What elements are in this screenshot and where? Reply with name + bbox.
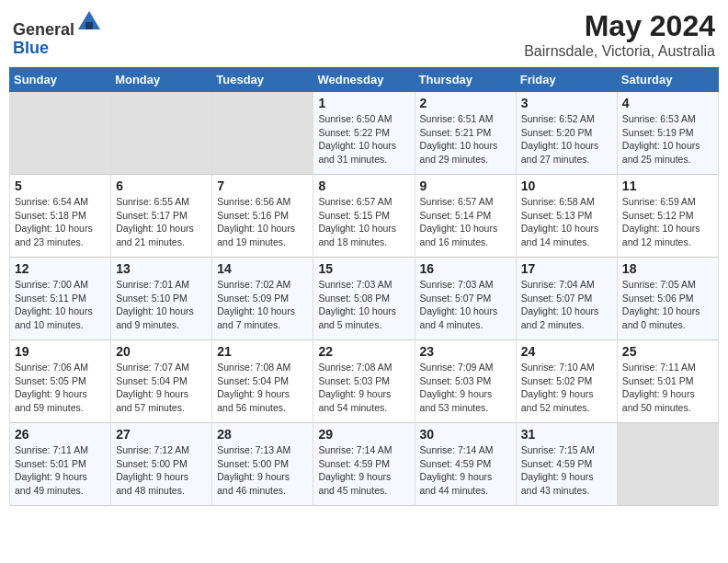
day-info: Sunrise: 7:14 AM Sunset: 4:59 PM Dayligh…	[318, 443, 409, 498]
page-header: General Blue May 2024 Bairnsdale, Victor…	[9, 9, 719, 60]
day-info: Sunrise: 6:50 AM Sunset: 5:22 PM Dayligh…	[318, 112, 409, 167]
calendar-cell: 20Sunrise: 7:07 AM Sunset: 5:04 PM Dayli…	[111, 340, 212, 423]
calendar-cell: 22Sunrise: 7:08 AM Sunset: 5:03 PM Dayli…	[313, 340, 415, 423]
day-number: 8	[318, 178, 409, 193]
calendar-cell: 5Sunrise: 6:54 AM Sunset: 5:18 PM Daylig…	[10, 175, 111, 258]
day-info: Sunrise: 6:56 AM Sunset: 5:16 PM Dayligh…	[217, 195, 308, 249]
day-number: 24	[521, 344, 612, 359]
calendar-cell: 27Sunrise: 7:12 AM Sunset: 5:00 PM Dayli…	[111, 423, 212, 506]
day-number: 10	[521, 178, 612, 193]
calendar-week-row: 19Sunrise: 7:06 AM Sunset: 5:05 PM Dayli…	[10, 340, 719, 423]
calendar-cell: 7Sunrise: 6:56 AM Sunset: 5:16 PM Daylig…	[212, 175, 313, 258]
calendar-cell: 3Sunrise: 6:52 AM Sunset: 5:20 PM Daylig…	[516, 92, 617, 175]
day-info: Sunrise: 7:12 AM Sunset: 5:00 PM Dayligh…	[116, 443, 207, 498]
logo-icon	[76, 9, 102, 35]
calendar-cell: 24Sunrise: 7:10 AM Sunset: 5:02 PM Dayli…	[516, 340, 617, 423]
day-number: 30	[420, 427, 511, 442]
day-number: 16	[420, 261, 511, 276]
title-block: May 2024 Bairnsdale, Victoria, Australia	[524, 9, 715, 60]
month-title: May 2024	[524, 9, 715, 43]
day-number: 21	[217, 344, 308, 359]
calendar-cell: 17Sunrise: 7:04 AM Sunset: 5:07 PM Dayli…	[516, 258, 617, 340]
day-info: Sunrise: 6:55 AM Sunset: 5:17 PM Dayligh…	[116, 195, 207, 249]
calendar-cell: 1Sunrise: 6:50 AM Sunset: 5:22 PM Daylig…	[313, 92, 415, 175]
day-info: Sunrise: 6:57 AM Sunset: 5:14 PM Dayligh…	[420, 195, 511, 249]
calendar-cell: 25Sunrise: 7:11 AM Sunset: 5:01 PM Dayli…	[617, 340, 718, 423]
calendar-cell: 14Sunrise: 7:02 AM Sunset: 5:09 PM Dayli…	[212, 258, 313, 340]
day-number: 29	[318, 427, 409, 442]
day-info: Sunrise: 7:04 AM Sunset: 5:07 PM Dayligh…	[521, 278, 612, 332]
day-number: 28	[217, 427, 308, 442]
day-info: Sunrise: 7:11 AM Sunset: 5:01 PM Dayligh…	[15, 443, 106, 498]
day-info: Sunrise: 7:03 AM Sunset: 5:08 PM Dayligh…	[318, 278, 409, 332]
svg-rect-1	[85, 22, 93, 29]
calendar-week-row: 5Sunrise: 6:54 AM Sunset: 5:18 PM Daylig…	[10, 175, 719, 258]
day-info: Sunrise: 7:05 AM Sunset: 5:06 PM Dayligh…	[622, 278, 713, 332]
day-number: 22	[318, 344, 409, 359]
calendar-cell: 15Sunrise: 7:03 AM Sunset: 5:08 PM Dayli…	[313, 258, 415, 340]
calendar-week-row: 12Sunrise: 7:00 AM Sunset: 5:11 PM Dayli…	[10, 258, 719, 340]
day-number: 26	[15, 427, 106, 442]
day-info: Sunrise: 7:13 AM Sunset: 5:00 PM Dayligh…	[217, 443, 308, 498]
day-number: 7	[217, 178, 308, 193]
calendar-table: SundayMondayTuesdayWednesdayThursdayFrid…	[9, 67, 719, 506]
day-info: Sunrise: 7:01 AM Sunset: 5:10 PM Dayligh…	[116, 278, 207, 332]
calendar-cell	[111, 92, 212, 175]
day-info: Sunrise: 7:08 AM Sunset: 5:04 PM Dayligh…	[217, 361, 308, 415]
day-header-thursday: Thursday	[415, 68, 516, 92]
day-info: Sunrise: 6:59 AM Sunset: 5:12 PM Dayligh…	[622, 195, 713, 249]
day-info: Sunrise: 7:08 AM Sunset: 5:03 PM Dayligh…	[318, 361, 409, 415]
day-number: 2	[420, 96, 511, 110]
logo-general-text: General	[13, 20, 74, 39]
day-number: 23	[420, 344, 511, 359]
calendar-cell: 21Sunrise: 7:08 AM Sunset: 5:04 PM Dayli…	[212, 340, 313, 423]
day-info: Sunrise: 7:09 AM Sunset: 5:03 PM Dayligh…	[420, 361, 511, 415]
calendar-cell: 16Sunrise: 7:03 AM Sunset: 5:07 PM Dayli…	[415, 258, 516, 340]
day-info: Sunrise: 7:14 AM Sunset: 4:59 PM Dayligh…	[420, 443, 511, 498]
day-header-sunday: Sunday	[10, 68, 111, 92]
day-number: 4	[622, 96, 713, 110]
day-number: 9	[420, 178, 511, 193]
day-header-monday: Monday	[111, 68, 212, 92]
day-number: 17	[521, 261, 612, 276]
day-info: Sunrise: 6:58 AM Sunset: 5:13 PM Dayligh…	[521, 195, 612, 249]
day-info: Sunrise: 6:52 AM Sunset: 5:20 PM Dayligh…	[521, 112, 612, 167]
calendar-cell: 31Sunrise: 7:15 AM Sunset: 4:59 PM Dayli…	[516, 423, 617, 506]
day-number: 25	[622, 344, 713, 359]
calendar-cell: 28Sunrise: 7:13 AM Sunset: 5:00 PM Dayli…	[212, 423, 313, 506]
calendar-week-row: 26Sunrise: 7:11 AM Sunset: 5:01 PM Dayli…	[10, 423, 719, 506]
day-info: Sunrise: 7:02 AM Sunset: 5:09 PM Dayligh…	[217, 278, 308, 332]
day-number: 14	[217, 261, 308, 276]
calendar-cell: 10Sunrise: 6:58 AM Sunset: 5:13 PM Dayli…	[516, 175, 617, 258]
day-info: Sunrise: 7:15 AM Sunset: 4:59 PM Dayligh…	[521, 443, 612, 498]
day-number: 13	[116, 261, 207, 276]
day-number: 27	[116, 427, 207, 442]
day-number: 12	[15, 261, 106, 276]
calendar-header-row: SundayMondayTuesdayWednesdayThursdayFrid…	[10, 68, 719, 92]
calendar-cell: 11Sunrise: 6:59 AM Sunset: 5:12 PM Dayli…	[617, 175, 718, 258]
day-info: Sunrise: 7:03 AM Sunset: 5:07 PM Dayligh…	[420, 278, 511, 332]
day-number: 15	[318, 261, 409, 276]
day-info: Sunrise: 7:11 AM Sunset: 5:01 PM Dayligh…	[622, 361, 713, 415]
day-number: 18	[622, 261, 713, 276]
day-number: 1	[318, 96, 409, 110]
calendar-cell: 12Sunrise: 7:00 AM Sunset: 5:11 PM Dayli…	[10, 258, 111, 340]
logo-blue-text: Blue	[13, 39, 49, 57]
day-header-wednesday: Wednesday	[313, 68, 415, 92]
day-info: Sunrise: 6:54 AM Sunset: 5:18 PM Dayligh…	[15, 195, 106, 249]
calendar-cell: 26Sunrise: 7:11 AM Sunset: 5:01 PM Dayli…	[10, 423, 111, 506]
calendar-cell: 6Sunrise: 6:55 AM Sunset: 5:17 PM Daylig…	[111, 175, 212, 258]
calendar-cell: 2Sunrise: 6:51 AM Sunset: 5:21 PM Daylig…	[415, 92, 516, 175]
calendar-cell: 4Sunrise: 6:53 AM Sunset: 5:19 PM Daylig…	[617, 92, 718, 175]
day-number: 3	[521, 96, 612, 110]
calendar-cell: 8Sunrise: 6:57 AM Sunset: 5:15 PM Daylig…	[313, 175, 415, 258]
day-header-tuesday: Tuesday	[212, 68, 313, 92]
day-number: 6	[116, 178, 207, 193]
day-number: 5	[15, 178, 106, 193]
day-number: 11	[622, 178, 713, 193]
day-info: Sunrise: 7:06 AM Sunset: 5:05 PM Dayligh…	[15, 361, 106, 415]
calendar-cell: 9Sunrise: 6:57 AM Sunset: 5:14 PM Daylig…	[415, 175, 516, 258]
day-info: Sunrise: 6:57 AM Sunset: 5:15 PM Dayligh…	[318, 195, 409, 249]
day-info: Sunrise: 6:51 AM Sunset: 5:21 PM Dayligh…	[420, 112, 511, 167]
calendar-cell: 29Sunrise: 7:14 AM Sunset: 4:59 PM Dayli…	[313, 423, 415, 506]
